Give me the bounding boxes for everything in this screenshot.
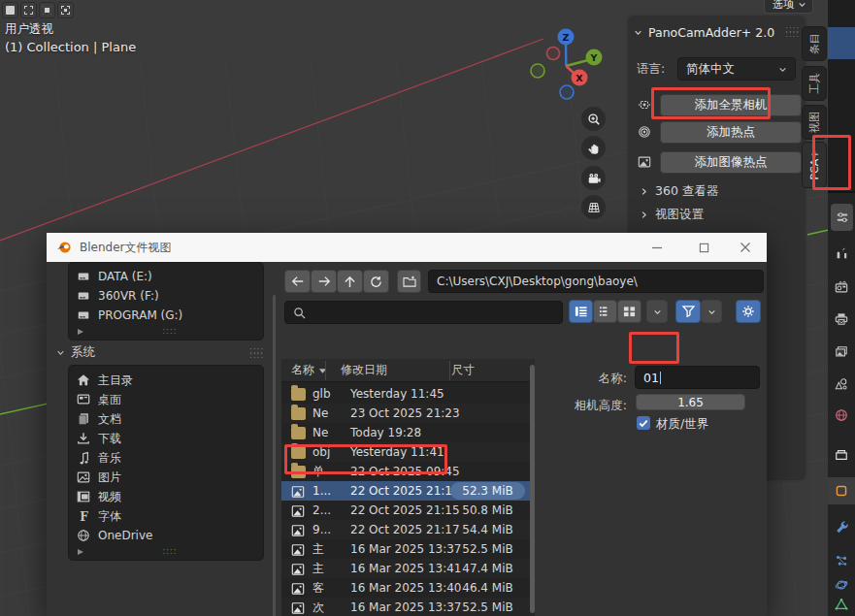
navigation-gizmo[interactable]: Z Y X bbox=[524, 24, 613, 106]
axis-z-neg-ball[interactable] bbox=[560, 85, 574, 99]
filter-dropdown[interactable] bbox=[701, 300, 722, 323]
volume-item[interactable]: 360VR (F:) bbox=[69, 286, 263, 306]
options-dropdown[interactable]: 选项 bbox=[764, 0, 813, 14]
table-row[interactable]: 客16 Mar 2025 13:4046.4 MiB bbox=[281, 578, 535, 598]
sidebar-tab-pca+[interactable]: PCA+ bbox=[802, 142, 827, 188]
system-section-header[interactable]: 系统 :::::::: bbox=[56, 344, 264, 361]
system-item[interactable]: 音乐 bbox=[69, 448, 263, 468]
properties-tab-particles[interactable] bbox=[828, 547, 855, 574]
table-row[interactable]: 次16 Mar 2025 13:3752.5 MiB bbox=[281, 598, 535, 616]
column-name[interactable]: 名称 bbox=[291, 362, 314, 378]
sidebar-tab-工具[interactable]: 工具 bbox=[802, 66, 827, 101]
collapsed-section-viewer360[interactable]: 360 查看器 bbox=[640, 182, 796, 200]
sidebar-tab-条目[interactable]: 条目 bbox=[802, 26, 827, 61]
select-center-icon[interactable] bbox=[39, 2, 55, 18]
settings-gear-button[interactable] bbox=[736, 300, 761, 323]
camera-height-field[interactable]: 1.65 bbox=[636, 394, 745, 410]
new-folder-button[interactable] bbox=[397, 270, 421, 293]
system-item[interactable]: 下载 bbox=[69, 429, 263, 448]
file-date: 22 Oct 2025 09:45 bbox=[350, 465, 465, 478]
view-horizontal-list-button[interactable] bbox=[593, 300, 617, 323]
system-item[interactable]: 图片 bbox=[69, 468, 263, 487]
table-row[interactable]: NeToday 19:28 bbox=[281, 423, 535, 442]
outliner-selected-row[interactable] bbox=[828, 27, 855, 59]
system-item[interactable]: 文档 bbox=[69, 409, 263, 429]
properties-tab-scene[interactable] bbox=[828, 371, 855, 398]
material-world-checkbox[interactable] bbox=[637, 416, 650, 430]
sidebar-scrollbar[interactable] bbox=[273, 295, 276, 616]
table-row[interactable]: glbYesterday 11:45 bbox=[281, 384, 535, 404]
table-row[interactable]: 主16 Mar 2025 13:3752.5 MiB bbox=[281, 539, 535, 559]
table-row[interactable]: 主16 Mar 2025 13:4147.4 MiB bbox=[281, 559, 535, 578]
zoom-button[interactable] bbox=[581, 107, 606, 131]
axis-x-neg-ball[interactable] bbox=[547, 48, 560, 60]
list-scrollbar[interactable] bbox=[530, 365, 535, 613]
properties-tab-object[interactable] bbox=[828, 477, 855, 504]
column-size[interactable]: 尺寸 bbox=[451, 362, 475, 378]
add-hotspot-button[interactable]: 添加热点 bbox=[660, 121, 802, 144]
properties-tab-tool[interactable] bbox=[828, 240, 855, 267]
material-world-label: 材质/世界 bbox=[656, 416, 734, 433]
minimize-button[interactable] bbox=[641, 233, 674, 262]
properties-tab-render[interactable] bbox=[828, 274, 855, 301]
close-button[interactable] bbox=[729, 233, 762, 262]
properties-tab-world[interactable] bbox=[828, 402, 855, 429]
section-drag-dots[interactable]: :::::::: bbox=[249, 348, 264, 358]
maximize-button[interactable] bbox=[687, 233, 720, 262]
add-pano-camera-button[interactable]: 添加全景相机 bbox=[660, 94, 802, 116]
table-row[interactable]: objYesterday 11:41 bbox=[281, 442, 535, 462]
language-dropdown[interactable]: 简体中文 bbox=[677, 57, 796, 81]
view-vertical-list-button[interactable] bbox=[569, 300, 593, 323]
table-row[interactable]: 1...22 Oct 2025 21:1752.3 MiB bbox=[281, 481, 535, 501]
properties-tab-output[interactable] bbox=[828, 306, 855, 333]
select-dashed-icon[interactable] bbox=[20, 2, 37, 18]
system-item[interactable]: F字体 bbox=[69, 506, 263, 526]
volume-item[interactable]: DATA (E:) bbox=[69, 267, 263, 286]
system-expand-handle[interactable]: :::: bbox=[69, 545, 263, 558]
axis-y-neg-ball[interactable] bbox=[531, 64, 544, 78]
camera-view-button[interactable] bbox=[581, 166, 606, 190]
view-thumbnails-button[interactable] bbox=[617, 300, 641, 323]
add-image-hotspot-button[interactable]: 添加图像热点 bbox=[660, 151, 802, 174]
system-item[interactable]: 主目录 bbox=[69, 371, 263, 390]
filter-button[interactable] bbox=[675, 300, 701, 323]
panel-drag-dots[interactable]: :::::::: bbox=[785, 27, 800, 37]
refresh-button[interactable] bbox=[363, 270, 389, 293]
properties-tab-viewlayer[interactable] bbox=[828, 339, 855, 366]
forward-button[interactable] bbox=[311, 270, 337, 293]
filename-input[interactable]: 01 bbox=[635, 366, 760, 389]
system-item[interactable]: 视频 bbox=[69, 487, 263, 506]
system-item[interactable]: OneDrive bbox=[69, 526, 263, 545]
select-solid-icon[interactable] bbox=[2, 2, 18, 18]
grid-ortho-button[interactable] bbox=[581, 195, 606, 219]
dialog-title: Blender文件视图 bbox=[80, 240, 172, 256]
table-row[interactable]: 单22 Oct 2025 09:45 bbox=[281, 462, 535, 481]
properties-tab-properties-editor[interactable] bbox=[831, 204, 853, 231]
collapsed-section-view-settings[interactable]: 视图设置 bbox=[640, 206, 796, 223]
properties-tab-collection[interactable] bbox=[828, 441, 855, 469]
display-settings-dropdown[interactable] bbox=[646, 300, 668, 323]
file-name: 单 bbox=[312, 464, 338, 480]
dialog-titlebar[interactable]: Blender文件视图 bbox=[47, 233, 767, 262]
volume-item[interactable]: PROGRAM (G:) bbox=[69, 306, 263, 325]
sidebar-tab-视图[interactable]: 视图 bbox=[802, 105, 827, 140]
column-date[interactable]: 修改日期 bbox=[341, 362, 387, 378]
search-icon bbox=[293, 307, 306, 319]
object-icon bbox=[835, 484, 848, 498]
properties-tab-mesh-data[interactable] bbox=[828, 591, 855, 616]
search-input[interactable] bbox=[284, 301, 563, 324]
pan-hand-button[interactable] bbox=[581, 136, 606, 160]
properties-tab-modifiers[interactable] bbox=[828, 513, 855, 540]
up-directory-button[interactable] bbox=[337, 270, 363, 293]
table-row[interactable]: 9...22 Oct 2025 21:1754.4 MiB bbox=[281, 520, 535, 539]
pano-camera-icon bbox=[635, 95, 654, 114]
volumes-expand-handle[interactable]: :::: bbox=[69, 325, 263, 338]
back-button[interactable] bbox=[284, 270, 311, 293]
table-row[interactable]: 2...22 Oct 2025 21:1550.8 MiB bbox=[281, 501, 535, 520]
image-icon bbox=[77, 470, 90, 484]
select-dotted-icon[interactable] bbox=[57, 2, 74, 18]
path-field[interactable]: C:\Users\CXJ\Desktop\gong\baoye\ bbox=[428, 270, 764, 293]
system-item[interactable]: 桌面 bbox=[69, 390, 263, 409]
table-row[interactable]: Ne23 Oct 2025 21:23 bbox=[281, 404, 535, 423]
panel-header[interactable]: PanoCamAdder+ 2.0 :::::::: bbox=[634, 21, 800, 43]
